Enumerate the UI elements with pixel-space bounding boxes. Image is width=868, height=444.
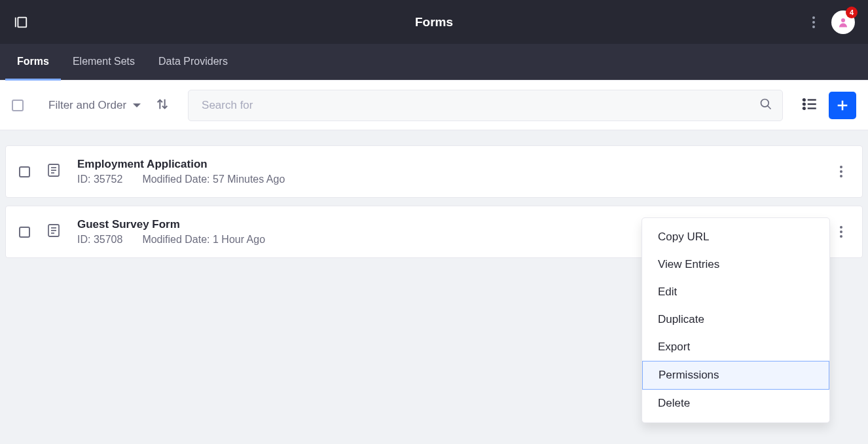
dropdown-item-delete[interactable]: Delete bbox=[642, 390, 829, 417]
topbar: Forms 4 bbox=[0, 0, 868, 44]
search-wrap bbox=[188, 90, 783, 121]
toolbar: Filter and Order bbox=[0, 81, 868, 130]
svg-point-6 bbox=[761, 99, 769, 107]
dropdown-item-permissions[interactable]: Permissions bbox=[642, 361, 829, 390]
row-modified: Modified Date: 57 Minutes Ago bbox=[142, 174, 285, 185]
svg-point-29 bbox=[840, 235, 842, 238]
form-icon bbox=[46, 223, 62, 241]
form-icon bbox=[46, 162, 62, 181]
row-title: Employment Application bbox=[77, 158, 818, 171]
topbar-more-icon[interactable] bbox=[808, 14, 820, 30]
tabbar: Forms Element Sets Data Providers bbox=[0, 44, 868, 81]
dropdown-item-edit[interactable]: Edit bbox=[642, 278, 829, 306]
dropdown-item-view-entries[interactable]: View Entries bbox=[642, 251, 829, 278]
filter-order-button[interactable]: Filter and Order bbox=[48, 99, 141, 112]
add-button[interactable] bbox=[829, 92, 856, 119]
svg-point-22 bbox=[840, 175, 842, 177]
svg-point-21 bbox=[840, 170, 842, 173]
svg-point-10 bbox=[803, 103, 805, 105]
caret-down-icon bbox=[133, 103, 141, 107]
sort-icon[interactable] bbox=[155, 97, 170, 114]
svg-point-3 bbox=[812, 21, 815, 24]
svg-point-5 bbox=[841, 18, 845, 22]
row-info: Employment Application ID: 35752 Modifie… bbox=[77, 158, 818, 185]
svg-point-2 bbox=[812, 16, 815, 19]
row-checkbox[interactable] bbox=[19, 227, 30, 238]
page-title: Forms bbox=[415, 15, 453, 29]
panel-toggle-icon[interactable] bbox=[13, 14, 29, 30]
tab-forms[interactable]: Forms bbox=[5, 44, 61, 81]
svg-point-4 bbox=[812, 26, 815, 28]
row-id: ID: 35752 bbox=[77, 174, 122, 185]
svg-point-28 bbox=[840, 231, 842, 233]
dropdown-item-export[interactable]: Export bbox=[642, 333, 829, 361]
row-checkbox[interactable] bbox=[19, 166, 30, 177]
row-actions-icon[interactable] bbox=[833, 164, 849, 179]
dropdown-item-copy-url[interactable]: Copy URL bbox=[642, 223, 829, 251]
svg-point-12 bbox=[803, 107, 805, 109]
svg-line-7 bbox=[768, 105, 771, 109]
tab-element-sets[interactable]: Element Sets bbox=[61, 44, 147, 81]
dropdown-item-duplicate[interactable]: Duplicate bbox=[642, 306, 829, 333]
row-actions-icon[interactable] bbox=[833, 224, 849, 240]
list-item[interactable]: Employment Application ID: 35752 Modifie… bbox=[5, 145, 863, 198]
search-input[interactable] bbox=[188, 90, 783, 121]
actions-dropdown: Copy URL View Entries Edit Duplicate Exp… bbox=[642, 217, 830, 423]
row-modified: Modified Date: 1 Hour Ago bbox=[142, 234, 265, 246]
svg-point-20 bbox=[840, 166, 842, 168]
svg-rect-1 bbox=[18, 17, 26, 27]
select-all-checkbox[interactable] bbox=[12, 100, 24, 111]
tab-data-providers[interactable]: Data Providers bbox=[147, 44, 240, 81]
search-icon[interactable] bbox=[759, 98, 772, 113]
user-avatar[interactable]: 4 bbox=[831, 10, 855, 34]
svg-point-27 bbox=[840, 226, 842, 229]
svg-point-8 bbox=[803, 99, 805, 101]
filter-label: Filter and Order bbox=[48, 99, 126, 112]
view-toggle-icon[interactable] bbox=[801, 96, 818, 115]
notification-badge: 4 bbox=[846, 7, 858, 18]
row-id: ID: 35708 bbox=[77, 234, 122, 246]
